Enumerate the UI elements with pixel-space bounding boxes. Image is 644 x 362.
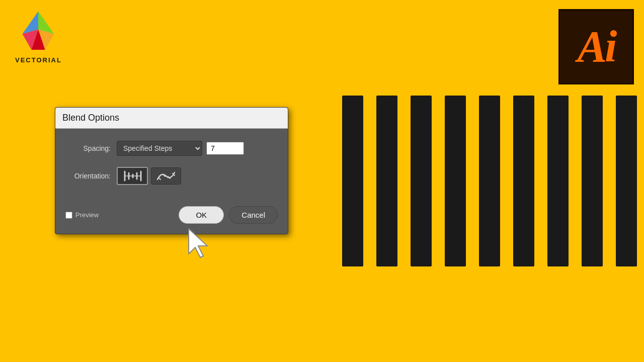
dialog-title-bar: Blend Options — [55, 108, 288, 129]
bars-container — [342, 96, 644, 266]
orientation-page-icon — [123, 170, 142, 182]
preview-area: Preview — [65, 211, 99, 219]
logo-text: VECTORIAL — [15, 56, 62, 64]
bar-1 — [342, 96, 363, 266]
svg-line-13 — [168, 176, 170, 178]
orientation-path-icon — [156, 170, 176, 182]
bar-8 — [582, 96, 603, 266]
bar-5 — [479, 96, 500, 266]
vectorial-logo: VECTORIAL — [15, 9, 62, 64]
orientation-row: Orientation: — [65, 167, 278, 185]
orientation-page-button[interactable] — [117, 167, 148, 185]
orientation-label: Orientation: — [65, 172, 111, 180]
blend-options-dialog: Blend Options Spacing: Smooth Color Spec… — [55, 107, 288, 234]
bar-3 — [411, 96, 432, 266]
preview-checkbox[interactable] — [65, 212, 72, 219]
bar-7 — [547, 96, 569, 266]
dialog-footer: Preview OK Cancel — [55, 206, 288, 234]
spacing-label: Spacing: — [65, 144, 111, 152]
bar-2 — [376, 96, 397, 266]
spacing-row: Spacing: Smooth Color Specified Steps Sp… — [65, 141, 278, 156]
preview-label: Preview — [75, 211, 99, 219]
dialog-body: Spacing: Smooth Color Specified Steps Sp… — [55, 129, 288, 206]
ai-logo-text: Ai — [577, 25, 615, 69]
cancel-button[interactable]: Cancel — [229, 206, 278, 224]
dialog-title: Blend Options — [62, 113, 119, 123]
ok-button[interactable]: OK — [179, 206, 224, 224]
spacing-steps-input[interactable] — [206, 142, 244, 155]
ai-logo: Ai — [558, 9, 634, 84]
orientation-path-button[interactable] — [151, 167, 181, 185]
bar-4 — [445, 96, 466, 266]
spacing-dropdown[interactable]: Smooth Color Specified Steps Specified D… — [117, 141, 202, 156]
bar-6 — [513, 96, 534, 266]
vectorial-logo-icon — [16, 9, 61, 54]
bar-9 — [616, 96, 637, 266]
svg-line-11 — [158, 177, 160, 179]
